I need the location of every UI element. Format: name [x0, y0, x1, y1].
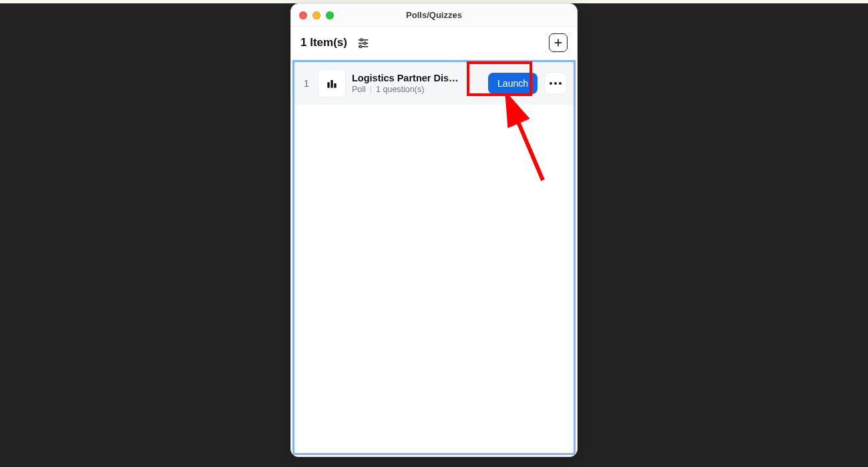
item-type-label: Poll	[352, 85, 366, 94]
minimize-window-button[interactable]	[312, 11, 320, 19]
polls-window: Polls/Quizzes 1 Item(s) 1 Logistics P	[290, 3, 578, 457]
svg-rect-10	[334, 83, 336, 88]
close-window-button[interactable]	[299, 11, 307, 19]
svg-point-3	[364, 42, 366, 44]
maximize-window-button[interactable]	[326, 11, 334, 19]
window-title: Polls/Quizzes	[291, 10, 577, 20]
item-subtitle: Poll | 1 question(s)	[352, 85, 481, 94]
item-question-count: 1 question(s)	[376, 85, 424, 94]
separator: |	[370, 85, 372, 94]
traffic-lights	[291, 11, 334, 19]
svg-point-13	[559, 82, 562, 85]
list-item[interactable]: 1 Logistics Partner Dis… Poll | 1 questi…	[294, 62, 574, 105]
list-container: 1 Logistics Partner Dis… Poll | 1 questi…	[292, 60, 576, 455]
svg-point-5	[359, 45, 361, 47]
item-meta: Logistics Partner Dis… Poll | 1 question…	[352, 73, 481, 94]
launch-button[interactable]: Launch	[488, 73, 537, 94]
poll-icon	[318, 70, 345, 97]
item-count-label: 1 Item(s)	[300, 36, 347, 49]
titlebar: Polls/Quizzes	[291, 4, 577, 27]
more-options-button[interactable]	[544, 72, 567, 95]
svg-rect-8	[327, 82, 329, 87]
svg-point-11	[550, 82, 552, 85]
svg-point-1	[361, 39, 363, 41]
item-index: 1	[301, 78, 312, 89]
toolbar: 1 Item(s)	[291, 27, 577, 59]
item-title: Logistics Partner Dis…	[352, 73, 459, 83]
add-button[interactable]	[549, 33, 568, 52]
svg-rect-9	[331, 80, 333, 88]
filter-icon[interactable]	[357, 36, 370, 49]
svg-point-12	[554, 82, 557, 85]
